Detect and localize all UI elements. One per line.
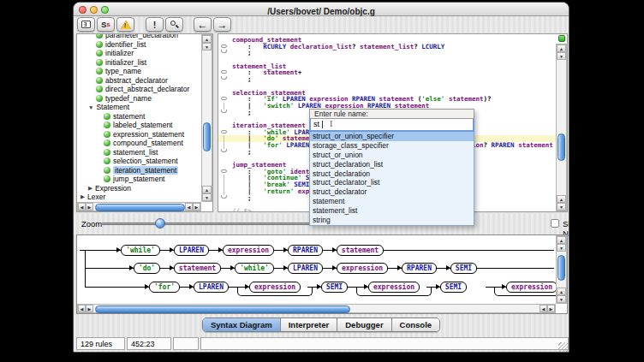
tab-console[interactable]: Console [392,318,439,331]
editor-line[interactable]: ; [218,76,556,83]
sidebar-item-labeled_statement[interactable]: labeled_statement [77,121,201,130]
popup-item-struct_declaration_list[interactable]: struct_declaration_list [310,160,474,169]
diagram-node-expression[interactable]: expression [223,245,274,256]
popup-item-statement[interactable]: statement [310,197,474,206]
scroll-left-icon[interactable]: ◀ [78,203,86,211]
find-button[interactable] [165,17,183,32]
diagram-node-SEMI[interactable]: SEMI [321,282,348,293]
expand-triangle-icon[interactable]: ▶ [88,185,92,192]
popup-item-struct_declarator[interactable]: struct_declarator [310,187,474,197]
sidebar-hscroll[interactable]: ◀ ▶ ◀ ▶ [77,202,201,211]
scroll-up-icon[interactable]: ▲ [202,35,212,43]
sidebar-item-statement_list[interactable]: statement_list [77,148,201,157]
diagram-vscroll[interactable]: ▲ ▼ ▲ ▼ [556,235,567,304]
diagram-node-statement[interactable]: statement [174,263,221,274]
sidebar-item-statement[interactable]: statement [77,112,201,122]
diagram-node-expression[interactable]: expression [506,282,556,293]
sidebar-item-Expression[interactable]: ▶Expression [77,184,201,193]
minimize-button[interactable] [90,6,98,14]
sidebar-hscroll-thumb[interactable] [95,204,185,211]
back-button[interactable]: ← [194,17,212,32]
scroll-right-icon[interactable]: ▶ [193,203,200,211]
rules-tree[interactable]: parameter_declarationidentifier_listinit… [77,33,201,202]
sidebar-item-iteration_statement[interactable]: iteration_statement [77,166,201,175]
zoom-button[interactable] [101,6,109,14]
sidebar-item-expression_statement[interactable]: expression_statement [77,130,201,139]
sidebar-vscroll[interactable]: ▲ ▼ ▲ ▼ [201,34,212,202]
scroll-up-icon[interactable]: ▲ [557,45,566,52]
scroll-up-icon[interactable]: ▲ [202,186,212,193]
diagram-node-LPAREN[interactable]: LPAREN [194,282,229,293]
rule-suggestion-list[interactable]: struct_or_union_specifierstorage_class_s… [309,132,474,226]
diagram-hscroll-thumb[interactable] [95,306,350,313]
diagram-node-SEMI[interactable]: SEMI [450,263,477,274]
editor-vscroll[interactable]: ▲ ▼ ▲ ▼ [556,44,567,211]
scroll-up-icon[interactable]: ▲ [557,236,566,244]
scroll-up-icon[interactable]: ▲ [557,195,566,203]
collapse-triangle-icon[interactable]: ▼ [88,104,93,110]
diagram-node-LPAREN[interactable]: LPAREN [174,245,209,256]
sidebar-item-initializer_list[interactable]: initializer_list [77,58,201,68]
sidebar-item-initializer[interactable]: initializer [77,49,201,58]
syntax-coloring-button[interactable]: Ss [97,17,115,32]
sidebar-item-Statement[interactable]: ▼Statement [77,103,201,112]
scroll-down-icon[interactable]: ▼ [557,295,566,303]
scroll-left-icon[interactable]: ◀ [185,203,193,211]
editor-line[interactable]: ; [218,50,556,56]
popup-item-statement_list[interactable]: statement_list [310,206,474,216]
tab-interpreter[interactable]: Interpreter [281,318,338,331]
title-bar[interactable]: /Users/bovet/ Demo/objc.g [74,3,569,16]
editor-line[interactable]: : RCURLY declaration_list? statement_lis… [218,44,556,50]
diagram-node-'do'[interactable]: 'do' [134,263,160,274]
rules-list-button[interactable] [77,17,95,32]
scroll-left-icon[interactable]: ◀ [540,305,547,312]
tab-debugger[interactable]: Debugger [337,318,391,331]
expand-triangle-icon[interactable]: ▶ [80,193,85,200]
scroll-right-icon[interactable]: ▶ [86,203,93,211]
diagram-node-SEMI[interactable]: SEMI [440,282,467,293]
scroll-up-icon[interactable]: ▲ [557,288,566,295]
scroll-down-icon[interactable]: ▼ [557,52,566,60]
scroll-down-icon[interactable]: ▼ [557,203,566,211]
scroll-down-icon[interactable]: ▼ [202,43,212,50]
rule-name-input[interactable]: st I [309,119,474,132]
zoom-slider-thumb[interactable] [155,218,165,228]
warnings-button[interactable]: ! [116,17,134,32]
scroll-right-icon[interactable]: ▶ [86,305,93,312]
diagram-node-expression[interactable]: expression [337,263,388,274]
sidebar-vscroll-thumb[interactable] [203,122,211,151]
sidebar-item-abstract_declarator[interactable]: abstract_declarator [77,76,201,86]
popup-item-storage_class_specifier[interactable]: storage_class_specifier [310,141,474,151]
scroll-down-icon[interactable]: ▼ [202,193,212,201]
diagram-node-RPAREN[interactable]: RPAREN [402,263,437,274]
diagram-node-statement[interactable]: statement [337,245,384,256]
forward-button[interactable]: → [213,17,231,32]
diagram-node-RPAREN[interactable]: RPAREN [288,245,323,256]
sidebar-item-direct_abstract_declarator[interactable]: direct_abstract_declarator [77,85,201,94]
scroll-left-icon[interactable]: ◀ [78,305,86,312]
sidebar-item-identifier_list[interactable]: identifier_list [77,40,201,50]
close-button[interactable] [79,6,86,14]
resize-grip[interactable] [558,342,568,352]
popup-item-struct_or_union[interactable]: struct_or_union [310,151,474,160]
diagram-node-expression[interactable]: expression [368,282,420,293]
editor-vscroll-thumb[interactable] [558,134,565,161]
tab-syntax-diagram[interactable]: Syntax Diagram [203,318,281,331]
sidebar-item-Lexer[interactable]: ▶Lexer [77,193,201,202]
diagram-node-expression[interactable]: expression [249,282,301,293]
popup-item-struct_declarator_list[interactable]: struct_declarator_list [310,178,474,187]
sidebar-item-selection_statement[interactable]: selection_statement [77,157,201,166]
diagram-vscroll-thumb[interactable] [558,255,565,281]
popup-item-string[interactable]: string [310,216,474,225]
ideas-button[interactable]: ! [146,17,164,32]
diagram-hscroll[interactable]: ◀ ▶ ◀ ▶ [77,304,556,313]
popup-item-struct_declaration[interactable]: struct_declaration [310,169,474,179]
show-nfa-checkbox[interactable] [551,219,559,228]
sidebar-item-parameter_declaration[interactable]: parameter_declaration [77,33,201,40]
scroll-down-icon[interactable]: ▼ [557,244,566,252]
diagram-node-'for'[interactable]: 'for' [149,282,180,293]
diagram-node-'while'[interactable]: 'while' [235,263,274,274]
diagram-node-LPAREN[interactable]: LPAREN [288,263,323,274]
editor-line[interactable]: : statement+ [218,69,556,76]
sidebar-item-jump_statement[interactable]: jump_statement [77,175,201,184]
